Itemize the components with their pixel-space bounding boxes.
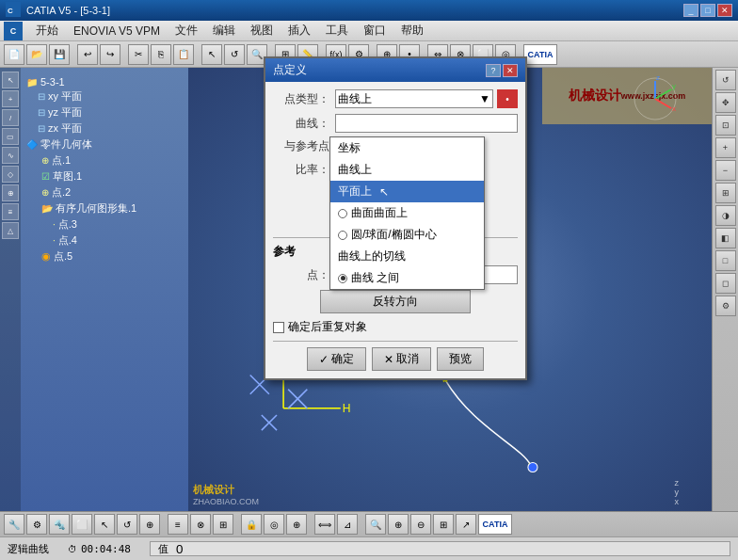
li-op1[interactable]: ⊕: [2, 184, 19, 201]
menu-start[interactable]: 开始: [28, 21, 66, 40]
tree-item-point1[interactable]: ⊕ 点.1: [26, 152, 184, 168]
tb-select[interactable]: ↖: [201, 44, 222, 65]
li-select[interactable]: ↖: [2, 72, 19, 88]
tb-redo[interactable]: ↪: [100, 44, 120, 65]
status-time: 00:04:48: [81, 543, 131, 555]
minimize-button[interactable]: _: [683, 4, 698, 17]
tb2-icon7[interactable]: ⊕: [139, 514, 160, 535]
dropdown-item-between[interactable]: 曲线 之间: [330, 267, 484, 289]
menu-enovia[interactable]: ENOVIA V5 VPM: [66, 23, 168, 40]
rt-hide[interactable]: ◻: [715, 273, 736, 294]
tb-undo[interactable]: ↩: [77, 44, 98, 65]
menu-insert[interactable]: 插入: [281, 21, 318, 40]
maximize-button[interactable]: □: [700, 4, 715, 17]
rt-wire[interactable]: □: [715, 250, 736, 271]
rt-zoom-fit[interactable]: ⊡: [715, 115, 736, 136]
reverse-row: 反转方向: [273, 290, 518, 313]
tb2-icon3[interactable]: 🔩: [49, 514, 70, 535]
tb2-icon11[interactable]: 🔒: [241, 514, 262, 535]
ok-button[interactable]: ✓ 确定: [307, 347, 366, 371]
dropdown-item-tangent[interactable]: 曲线上的切线: [330, 246, 484, 267]
bottom-divider: [273, 341, 518, 342]
tb2-catia: CATIA: [478, 514, 512, 535]
tree-item-geo[interactable]: 📂 有序几何图形集.1: [26, 200, 184, 216]
tree-item-point3[interactable]: · 点.3: [26, 216, 184, 232]
tb2-icon12[interactable]: ◎: [264, 514, 284, 535]
point-type-label: 点类型：: [273, 91, 329, 107]
menu-window[interactable]: 窗口: [356, 21, 393, 40]
tb2-zoom4[interactable]: ⊞: [433, 514, 454, 535]
tree-item-point4[interactable]: · 点.4: [26, 232, 184, 248]
rt-rotate[interactable]: ↺: [715, 70, 736, 90]
tree-item-zx[interactable]: ⊟ zx 平面: [26, 120, 184, 136]
cancel-button[interactable]: ✕ 取消: [372, 347, 431, 371]
tb2-icon4[interactable]: ⬜: [72, 514, 92, 535]
tree-item-sketch1[interactable]: ☑ 草图.1: [26, 168, 184, 184]
preview-button[interactable]: 预览: [437, 347, 484, 371]
rt-render[interactable]: ◑: [715, 205, 736, 226]
tree-item-xy[interactable]: ⊟ xy 平面: [26, 88, 184, 104]
dropdown-item-curve[interactable]: 曲线上: [330, 159, 484, 181]
dialog-help-button[interactable]: ?: [486, 64, 501, 77]
rt-zoom-out[interactable]: −: [715, 160, 736, 181]
tb2-icon14[interactable]: ⟺: [314, 514, 335, 535]
tb2-icon13[interactable]: ⊕: [286, 514, 307, 535]
close-button[interactable]: ✕: [717, 4, 732, 17]
menu-view[interactable]: 视图: [243, 21, 281, 40]
menu-edit[interactable]: 编辑: [205, 21, 243, 40]
dropdown-item-surface[interactable]: 曲面曲面上: [330, 202, 484, 224]
tb-cut[interactable]: ✂: [128, 44, 149, 65]
dropdown-item-plane[interactable]: 平面上 ↖: [330, 181, 484, 202]
tb2-icon15[interactable]: ⊿: [337, 514, 358, 535]
tb-save[interactable]: 💾: [49, 44, 70, 65]
tb2-zoom1[interactable]: 🔍: [365, 514, 386, 535]
tb-new[interactable]: 📄: [4, 44, 24, 65]
li-point[interactable]: +: [2, 90, 19, 107]
dialog-title-bar[interactable]: 点定义 ? ✕: [265, 58, 525, 82]
tb2-icon2[interactable]: ⚙: [26, 514, 47, 535]
point-type-select[interactable]: 曲线上 ▼: [335, 89, 493, 108]
tb-rotate[interactable]: ↺: [224, 44, 245, 65]
tree-item-point2[interactable]: ⊕ 点.2: [26, 184, 184, 200]
tb2-icon8[interactable]: ≡: [168, 514, 188, 535]
tb2-icon6[interactable]: ↺: [117, 514, 137, 535]
tree-item-root[interactable]: 📁 5-3-1: [26, 75, 184, 88]
tb-open[interactable]: 📂: [26, 44, 47, 65]
tb2-zoom3[interactable]: ⊖: [410, 514, 431, 535]
li-op2[interactable]: ≡: [2, 203, 19, 220]
li-line[interactable]: /: [2, 109, 19, 126]
li-plane[interactable]: ▭: [2, 128, 19, 145]
rt-view-normal[interactable]: ⊞: [715, 183, 736, 203]
tb2-icon10[interactable]: ⊞: [213, 514, 233, 535]
li-curve[interactable]: ∿: [2, 147, 19, 164]
repeat-checkbox[interactable]: [273, 322, 284, 333]
tree-item-yz[interactable]: ⊟ yz 平面: [26, 104, 184, 120]
tb2-zoom2[interactable]: ⊕: [388, 514, 409, 535]
tb-paste[interactable]: 📋: [173, 44, 194, 65]
rt-settings[interactable]: ⚙: [715, 296, 736, 316]
viewport-branding: 机械设计 ZHAOBIAO.COM: [193, 483, 259, 506]
tb-copy[interactable]: ⎘: [151, 44, 171, 65]
rt-pan[interactable]: ✥: [715, 92, 736, 113]
app-title: CATIA V5 - [5-3-1]: [26, 5, 110, 16]
dropdown-item-circle[interactable]: 圆/球面/椭圆中心: [330, 224, 484, 246]
rt-shade[interactable]: ◧: [715, 228, 736, 248]
menu-file[interactable]: 文件: [168, 21, 205, 40]
menu-help[interactable]: 帮助: [393, 21, 431, 40]
dialog-close-button[interactable]: ✕: [503, 64, 518, 77]
rt-zoom-in[interactable]: +: [715, 137, 736, 158]
tb2-icon9[interactable]: ⊗: [190, 514, 211, 535]
tree-item-body[interactable]: 🔷 零件几何体: [26, 136, 184, 152]
reverse-button[interactable]: 反转方向: [320, 290, 471, 313]
tree-item-point5[interactable]: ◉ 点.5: [26, 248, 184, 264]
tb2-icon5[interactable]: ↖: [94, 514, 115, 535]
menu-tools[interactable]: 工具: [318, 21, 356, 40]
circle-radio: [338, 231, 347, 240]
dropdown-item-coords[interactable]: 坐标: [330, 137, 484, 159]
curve-input[interactable]: [335, 114, 518, 133]
tb2-icon1[interactable]: 🔧: [4, 514, 24, 535]
li-op3[interactable]: △: [2, 222, 19, 239]
tb2-zoom5[interactable]: ↗: [456, 514, 476, 535]
li-surface[interactable]: ◇: [2, 166, 19, 183]
status-value-input[interactable]: [176, 542, 233, 556]
